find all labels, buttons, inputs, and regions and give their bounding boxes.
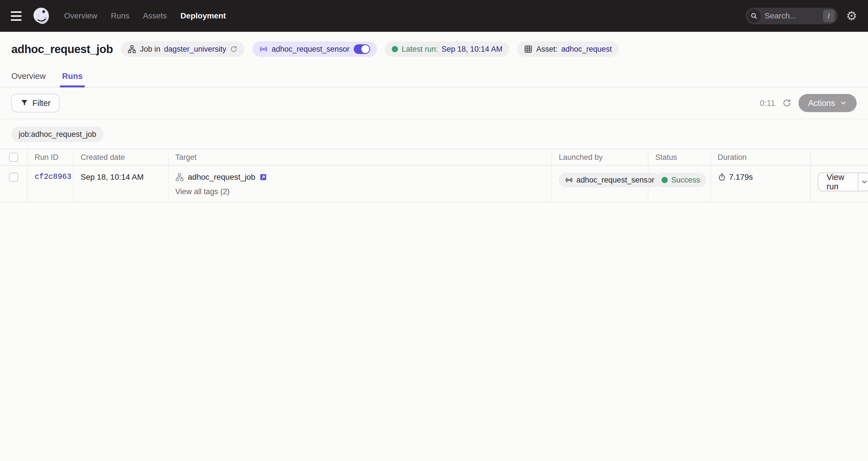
filter-chip-job[interactable]: job:adhoc_request_job <box>11 126 103 142</box>
tab-overview[interactable]: Overview <box>11 65 46 87</box>
dagster-logo[interactable] <box>32 6 51 25</box>
topnav-overview[interactable]: Overview <box>64 11 97 21</box>
run-id-link[interactable]: cf2c8963 <box>35 173 71 181</box>
active-filters-row: job:adhoc_request_job <box>0 119 868 149</box>
topnav-runs[interactable]: Runs <box>111 11 129 21</box>
col-run-id: Run ID <box>27 149 73 165</box>
toolbar-right: 0:11 Actions <box>760 94 857 112</box>
launched-by-cell: adhoc_request_sensor <box>552 166 648 202</box>
refresh-countdown: 0:11 <box>760 98 775 108</box>
job-icon <box>128 45 136 53</box>
table-row: cf2c8963 Sep 18, 10:14 AM adhoc_request_… <box>0 166 868 202</box>
latest-run-chip: Latest run: Sep 18, 10:14 AM <box>385 41 509 57</box>
duration-cell: 7.179s <box>710 166 810 202</box>
run-id-cell: cf2c8963 <box>27 166 73 202</box>
select-all-checkbox[interactable] <box>9 153 18 162</box>
refresh-icon[interactable] <box>782 98 792 108</box>
sensor-name-link[interactable]: adhoc_request_sensor <box>272 45 349 54</box>
sensor-toggle[interactable] <box>354 44 370 54</box>
stopwatch-icon <box>718 173 726 181</box>
job-location-chip: Job in dagster_university <box>121 41 245 57</box>
job-tabs: Overview Runs <box>0 65 868 87</box>
reload-location-icon[interactable] <box>230 45 238 53</box>
view-run-button[interactable]: View run <box>818 173 858 191</box>
col-actions <box>810 149 868 165</box>
status-badge: Success <box>655 173 706 188</box>
col-status: Status <box>648 149 710 165</box>
chevron-down-icon <box>861 178 868 186</box>
status-cell: Success <box>648 166 710 202</box>
view-run-dropdown-button[interactable] <box>858 173 868 191</box>
gear-icon[interactable]: ⚙ <box>846 10 857 22</box>
search-shortcut-badge: / <box>823 10 835 22</box>
launched-by-value: adhoc_request_sensor <box>577 176 654 184</box>
actions-button[interactable]: Actions <box>799 94 857 112</box>
job-chip-prefix: Job in <box>140 45 160 54</box>
search-input[interactable] <box>761 11 823 21</box>
row-checkbox[interactable] <box>9 173 18 182</box>
asset-icon <box>524 45 532 53</box>
created-date-cell: Sep 18, 10:14 AM <box>73 166 168 202</box>
runs-toolbar: Filter 0:11 Actions <box>0 87 868 119</box>
status-dot <box>661 177 668 183</box>
latest-run-label: Latest run: <box>402 45 438 54</box>
funnel-icon <box>21 99 28 107</box>
target-job-name[interactable]: adhoc_request_job <box>188 173 255 182</box>
asset-chip-label: Asset: <box>536 45 557 54</box>
col-created-date: Created date <box>73 149 168 165</box>
topbar: Overview Runs Assets Deployment / ⚙ <box>0 0 868 32</box>
latest-run-status-dot <box>392 46 398 52</box>
latest-run-timestamp-link[interactable]: Sep 18, 10:14 AM <box>442 45 503 54</box>
tab-runs[interactable]: Runs <box>62 65 83 87</box>
duration-value: 7.179s <box>729 173 753 182</box>
select-all-cell <box>0 149 27 165</box>
search-box[interactable]: / <box>746 8 838 24</box>
filter-button-label: Filter <box>32 98 51 108</box>
actions-button-label: Actions <box>808 98 835 108</box>
topnav-assets[interactable]: Assets <box>143 11 167 21</box>
target-cell: adhoc_request_job View all tags (2) <box>168 166 552 202</box>
hamburger-menu-icon[interactable] <box>11 10 23 22</box>
page-title: adhoc_request_job <box>11 43 113 56</box>
col-target: Target <box>168 149 552 165</box>
sensor-icon <box>565 176 573 184</box>
job-icon <box>175 173 184 181</box>
sensor-chip: adhoc_request_sensor <box>252 41 377 57</box>
asset-link[interactable]: adhoc_request <box>561 45 612 54</box>
col-duration: Duration <box>710 149 810 165</box>
filter-button[interactable]: Filter <box>11 94 60 112</box>
page-header: adhoc_request_job Job in dagster_univers… <box>0 32 868 65</box>
view-all-tags-link[interactable]: View all tags (2) <box>175 188 230 196</box>
status-value: Success <box>671 176 700 184</box>
row-checkbox-cell <box>0 166 27 202</box>
chevron-down-icon <box>840 99 847 107</box>
code-location-link[interactable]: dagster_university <box>164 45 226 54</box>
row-actions-cell: View run <box>810 166 868 202</box>
col-launched-by: Launched by <box>552 149 648 165</box>
launched-by-chip[interactable]: adhoc_request_sensor <box>559 173 661 188</box>
sensor-icon <box>259 45 268 53</box>
external-link-icon[interactable] <box>259 173 267 181</box>
created-date-value: Sep 18, 10:14 AM <box>81 173 144 181</box>
runs-table: Run ID Created date Target Launched by S… <box>0 149 868 202</box>
topnav-deployment[interactable]: Deployment <box>180 11 226 21</box>
view-run-split-button: View run <box>817 173 868 191</box>
runs-table-header: Run ID Created date Target Launched by S… <box>0 149 868 166</box>
asset-chip: Asset: adhoc_request <box>517 41 619 57</box>
search-icon <box>747 9 761 23</box>
